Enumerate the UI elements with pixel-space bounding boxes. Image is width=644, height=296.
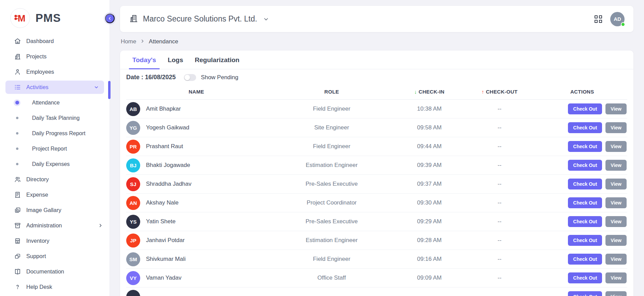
cell-check-out: -- <box>462 199 537 206</box>
cell-check-in: 09:39 AM <box>397 162 462 169</box>
sidebar-item-daily-task-planning[interactable]: Daily Task Planning <box>0 110 109 126</box>
person-icon <box>14 68 21 76</box>
sidebar-item-activities[interactable]: Activities <box>5 81 104 94</box>
sidebar-item-directory[interactable]: Directory <box>0 172 109 187</box>
company-selector[interactable]: Marco Secure Solutions Pvt. Ltd. <box>129 14 269 24</box>
sidebar-item-dashboard[interactable]: Dashboard <box>0 33 109 49</box>
sidebar-item-expense[interactable]: Expense <box>0 187 109 202</box>
table-row: AB Amit Bhapkar Field Engineer 10:38 AM … <box>126 100 627 118</box>
check-out-button[interactable]: Check Out <box>568 235 602 246</box>
sidebar-item-documentation[interactable]: Documentation <box>0 264 109 279</box>
company-name: Marco Secure Solutions Pvt. Ltd. <box>143 14 257 24</box>
cell-check-out: -- <box>462 124 537 131</box>
check-out-button[interactable]: Check Out <box>568 122 602 133</box>
view-button[interactable]: View <box>605 216 627 227</box>
check-out-button[interactable]: Check Out <box>568 216 602 227</box>
dot-icon <box>14 130 20 137</box>
tab-regularization[interactable]: Regularization <box>191 51 243 69</box>
check-out-button[interactable]: Check Out <box>568 179 602 189</box>
sidebar-item-employees[interactable]: Employees <box>0 64 109 80</box>
employee-name: Shivkumar Mali <box>146 256 186 263</box>
cell-actions: Check Out View <box>537 179 627 189</box>
dot-icon <box>14 161 20 168</box>
avatar: YG <box>126 121 140 135</box>
header-check-in: ↓CHECK-IN <box>397 89 462 95</box>
tab-todays[interactable]: Today's <box>129 51 160 69</box>
breadcrumb-home[interactable]: Home <box>121 38 136 45</box>
view-button[interactable]: View <box>605 254 627 265</box>
check-out-button[interactable]: Check Out <box>568 291 602 296</box>
table-row: VY Vaman Yadav Office Staff 09:09 AM -- … <box>126 269 627 287</box>
sidebar-item-daily-expenses[interactable]: Daily Expenses <box>0 156 109 172</box>
view-button[interactable]: View <box>605 235 627 246</box>
sidebar-item-label: Daily Expenses <box>32 161 70 167</box>
archive-icon <box>14 222 21 229</box>
sidebar-item-image-gallary[interactable]: Image Gallary <box>0 202 109 218</box>
sidebar-item-projects[interactable]: Projects <box>0 49 109 64</box>
active-bullet-icon <box>14 99 20 106</box>
sidebar-item-label: Daily Progress Report <box>32 130 86 137</box>
view-button[interactable]: View <box>605 179 627 189</box>
view-button[interactable]: View <box>605 197 627 208</box>
sidebar-item-project-report[interactable]: Project Report <box>0 141 109 156</box>
cell-name: AN Akshay Nale <box>126 196 266 210</box>
cell-actions: Check Out View <box>537 254 627 265</box>
sidebar-item-label: Attendance <box>32 100 60 106</box>
check-out-button[interactable]: Check Out <box>568 254 602 265</box>
check-out-button[interactable]: Check Out <box>568 103 602 114</box>
cell-check-in: 09:58 AM <box>397 124 462 131</box>
table-row: SM Shivkumar Mali Field Engineer 09:16 A… <box>126 250 627 269</box>
avatar <box>126 290 140 296</box>
view-button[interactable]: View <box>605 272 627 283</box>
avatar: AB <box>126 102 140 116</box>
avatar: YS <box>126 215 140 229</box>
cell-check-in: 10:38 AM <box>397 105 462 112</box>
view-button[interactable]: View <box>605 291 627 296</box>
sidebar-item-inventory[interactable]: Inventory <box>0 233 109 249</box>
check-out-button[interactable]: Check Out <box>568 160 602 171</box>
tab-logs[interactable]: Logs <box>164 51 187 69</box>
topbar-right: AD <box>595 12 625 26</box>
check-out-button[interactable]: Check Out <box>568 141 602 152</box>
active-section-indicator <box>108 81 111 99</box>
view-button[interactable]: View <box>605 103 627 114</box>
cell-check-out: -- <box>462 274 537 281</box>
cell-role: Office Staff <box>266 274 397 281</box>
sidebar: M PMS DashboardProjectsEmployeesActiviti… <box>0 0 110 296</box>
table-row: YG Yogesh Gaikwad Site Engineer 09:58 AM… <box>126 118 627 137</box>
cell-name: BJ Bhakti Jogawade <box>126 158 266 172</box>
cell-actions: Check Out View <box>537 103 627 114</box>
view-button[interactable]: View <box>605 122 627 133</box>
check-out-button[interactable]: Check Out <box>568 197 602 208</box>
cell-role: Estimation Engineer <box>266 162 397 169</box>
sidebar-item-daily-progress-report[interactable]: Daily Progress Report <box>0 126 109 141</box>
cell-check-in: 09:37 AM <box>397 181 462 187</box>
sidebar-item-label: Help Desk <box>26 284 52 290</box>
list-icon <box>14 84 21 91</box>
view-button[interactable]: View <box>605 141 627 152</box>
cell-name: SM Shivkumar Mali <box>126 252 266 266</box>
sidebar-item-label: Image Gallary <box>26 207 61 213</box>
sidebar-item-support[interactable]: Support <box>0 249 109 264</box>
sidebar-collapse-button[interactable] <box>105 14 115 23</box>
sidebar-item-administration[interactable]: Administration <box>0 218 109 233</box>
date-label: Date : 16/08/2025 <box>126 74 176 81</box>
sidebar-item-attendance[interactable]: Attendance <box>0 95 109 110</box>
cell-name: JP Janhavi Potdar <box>126 234 266 248</box>
header-name: NAME <box>126 89 266 95</box>
view-button[interactable]: View <box>605 160 627 171</box>
people-icon <box>14 176 21 183</box>
sidebar-item-help-desk[interactable]: Help Desk <box>0 279 109 295</box>
employee-name: Shraddha Jadhav <box>146 181 191 187</box>
cell-check-in: 09:29 AM <box>397 218 462 225</box>
apps-grid-icon[interactable] <box>595 15 602 23</box>
show-pending-toggle[interactable] <box>184 74 196 81</box>
sidebar-item-label: Projects <box>26 53 47 60</box>
attendance-table: NAME ROLE ↓CHECK-IN ↑CHECK-OUT ACTIONS A… <box>120 84 633 296</box>
user-avatar[interactable]: AD <box>610 12 625 26</box>
check-out-button[interactable]: Check Out <box>568 272 602 283</box>
sidebar-item-label: Expense <box>26 192 48 198</box>
svg-text:M: M <box>18 13 26 24</box>
help-icon <box>14 283 21 291</box>
logo-row: M PMS <box>0 0 109 33</box>
